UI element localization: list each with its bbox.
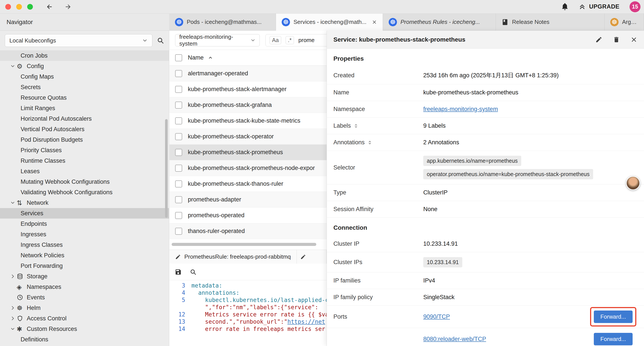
regex-toggle[interactable]: .* (286, 36, 294, 44)
table-row-prometheus-adapter[interactable]: prometheus-adapter (170, 192, 326, 208)
sidebar-item-helm[interactable]: ☸Helm (0, 303, 169, 313)
search-icon[interactable] (190, 269, 196, 276)
match-case-toggle[interactable]: Aa (270, 36, 281, 44)
sidebar-item-leases[interactable]: Leases (0, 166, 169, 177)
dock-tab-prometheusrule[interactable]: PrometheusRule: freeleaps-prod-rabbitmq (170, 250, 297, 264)
row-checkbox[interactable] (175, 196, 182, 203)
editor-line[interactable]: 3metadata: (170, 282, 326, 289)
sidebar-item-network[interactable]: ⇅Network (0, 198, 169, 208)
row-checkbox[interactable] (175, 117, 182, 124)
table-row-alertmanager-operated[interactable]: alertmanager-operated (170, 66, 326, 81)
sidebar-item-vertical-pod-autoscalers[interactable]: Vertical Pod Autoscalers (0, 124, 169, 134)
port-link[interactable]: 9090/TCP (423, 313, 450, 320)
kubeconfig-selector[interactable]: Local Kubeconfigs (5, 34, 152, 47)
namespace-selector[interactable]: freeleaps-monitoring-system (175, 34, 260, 46)
table-row-thanos-ruler-operated[interactable]: thanos-ruler-operated (170, 223, 326, 239)
edit-icon[interactable] (595, 36, 602, 43)
editor-line[interactable]: 4 annotations: (170, 289, 326, 297)
table-row-kube-prometheus-stack-alertmanager[interactable]: kube-prometheus-stack-alertmanager (170, 81, 326, 97)
minimize-window-button[interactable] (16, 4, 22, 10)
shield-icon (17, 315, 27, 322)
row-checkbox[interactable] (175, 228, 182, 235)
table-row-kube-prometheus-stack-operator[interactable]: kube-prometheus-stack-operator (170, 129, 326, 145)
dock-tab-partial[interactable] (297, 250, 326, 264)
sidebar-item-ingress-classes[interactable]: Ingress Classes (0, 240, 169, 250)
sidebar-item-validating-webhook-configurations[interactable]: Validating Webhook Configurations (0, 187, 169, 198)
row-checkbox[interactable] (175, 180, 182, 187)
table-row-kube-prometheus-stack-grafana[interactable]: kube-prometheus-stack-grafana (170, 97, 326, 113)
row-checkbox[interactable] (175, 86, 182, 93)
sidebar-item-secrets[interactable]: Secrets (0, 82, 169, 92)
trash-icon[interactable] (613, 36, 620, 43)
table-row-prometheus-operated[interactable]: prometheus-operated (170, 208, 326, 223)
sidebar-item-events[interactable]: Events (0, 292, 169, 303)
sidebar-item-pod-disruption-budgets[interactable]: Pod Disruption Budgets (0, 134, 169, 145)
sidebar-item-horizontal-pod-autoscalers[interactable]: Horizontal Pod Autoscalers (0, 113, 169, 124)
table-row-kube-prometheus-stack-prometheus-node-expor[interactable]: kube-prometheus-stack-prometheus-node-ex… (170, 160, 326, 176)
sidebar-scrollbar[interactable] (165, 119, 168, 218)
sidebar-item-ingresses[interactable]: Ingresses (0, 229, 169, 240)
select-all-checkbox[interactable] (175, 54, 182, 61)
sidebar-item-runtime-classes[interactable]: Runtime Classes (0, 155, 169, 166)
sidebar-item-limit-ranges[interactable]: Limit Ranges (0, 103, 169, 113)
row-checkbox[interactable] (175, 70, 182, 77)
yaml-editor[interactable]: 3metadata:4 annotations:5 kubectl.kubern… (170, 280, 326, 333)
upgrade-button[interactable]: UPGRADE (579, 3, 620, 10)
sidebar-item-namespaces[interactable]: ◈Namespaces (0, 282, 169, 292)
search-icon[interactable] (157, 37, 164, 44)
editor-line[interactable]: 14 error rate in freeleaps metrics ser (170, 326, 326, 333)
tab-prometheus-rules-icecheng[interactable]: ☸Prometheus Rules - icecheng... (383, 13, 496, 31)
notification-badge[interactable]: 15 (630, 1, 640, 12)
forward-arrow-icon[interactable] (64, 3, 72, 10)
row-checkbox[interactable] (175, 212, 182, 219)
row-checkbox[interactable] (175, 149, 182, 156)
close-icon[interactable] (630, 36, 638, 43)
sidebar-item-endpoints[interactable]: Endpoints (0, 219, 169, 229)
sort-toggle-icon[interactable] (354, 123, 358, 128)
close-icon[interactable] (372, 19, 377, 25)
sidebar-item-priority-classes[interactable]: Priority Classes (0, 145, 169, 155)
edit-icon (300, 254, 306, 260)
sidebar-item-config[interactable]: ⚙Config (0, 61, 169, 71)
zoom-window-button[interactable] (27, 4, 33, 10)
table-search-input[interactable]: Aa .* prome (266, 34, 326, 46)
tab-pods-icecheng-mathmas[interactable]: ☸Pods - icecheng@mathmas... (169, 13, 276, 31)
sidebar-item-resource-quotas[interactable]: Resource Quotas (0, 92, 169, 103)
tab-services-icecheng-math[interactable]: ☸Services - icecheng@math... (276, 13, 383, 31)
sidebar-item-services[interactable]: Services (0, 208, 169, 219)
tab-release-notes[interactable]: Release Notes (496, 13, 604, 31)
namespace-link[interactable]: freeleaps-monitoring-system (423, 106, 498, 112)
sidebar-item-access-control[interactable]: Access Control (0, 313, 169, 324)
sort-toggle-icon[interactable] (367, 140, 372, 145)
save-icon[interactable] (175, 269, 182, 276)
close-window-button[interactable] (5, 4, 11, 10)
tab-argo-se[interactable]: ☸Argo Se (604, 13, 644, 31)
sidebar-item-network-policies[interactable]: Network Policies (0, 250, 169, 261)
table-row-kube-prometheus-stack-kube-state-metrics[interactable]: kube-prometheus-stack-kube-state-metrics (170, 113, 326, 129)
row-checkbox[interactable] (175, 133, 182, 140)
sidebar-item-port-forwarding[interactable]: Port Forwarding (0, 261, 169, 271)
avatar[interactable] (626, 176, 640, 190)
editor-line[interactable]: 5 kubectl.kubernetes.io/last-applied-co (170, 297, 326, 304)
table-row-kube-prometheus-stack-thanos-ruler[interactable]: kube-prometheus-stack-thanos-ruler (170, 176, 326, 192)
editor-line[interactable]: 12 Metrics service error rate is {{ $va (170, 311, 326, 318)
column-header-name[interactable]: Name (188, 54, 204, 61)
sidebar-item-mutating-webhook-configurations[interactable]: Mutating Webhook Configurations (0, 177, 169, 187)
row-checkbox[interactable] (175, 165, 182, 172)
bell-icon[interactable] (561, 3, 569, 11)
port-link[interactable]: 8080:reloader-web/TCP (423, 336, 486, 343)
forward-button[interactable]: Forward... (594, 311, 632, 323)
sidebar-item-custom-resources[interactable]: ✱Custom Resources (0, 324, 169, 334)
sidebar-item-cron-jobs[interactable]: Cron Jobs (0, 50, 169, 61)
drawer-row-port: Ports9090/TCPForward... (327, 306, 644, 328)
row-checkbox[interactable] (175, 102, 182, 109)
horizontal-scrollbar[interactable] (172, 243, 316, 246)
sidebar-item-definitions[interactable]: Definitions (0, 334, 169, 345)
back-arrow-icon[interactable] (46, 3, 53, 10)
editor-line[interactable]: ","for":"nm","labels":{"service": (170, 304, 326, 311)
sidebar-item-config-maps[interactable]: Config Maps (0, 71, 169, 82)
sidebar-item-storage[interactable]: Storage (0, 271, 169, 282)
editor-line[interactable]: 13 second.","runbook_url":"https://net (170, 318, 326, 326)
table-row-kube-prometheus-stack-prometheus[interactable]: kube-prometheus-stack-prometheus (170, 145, 326, 160)
forward-button[interactable]: Forward... (594, 333, 632, 345)
